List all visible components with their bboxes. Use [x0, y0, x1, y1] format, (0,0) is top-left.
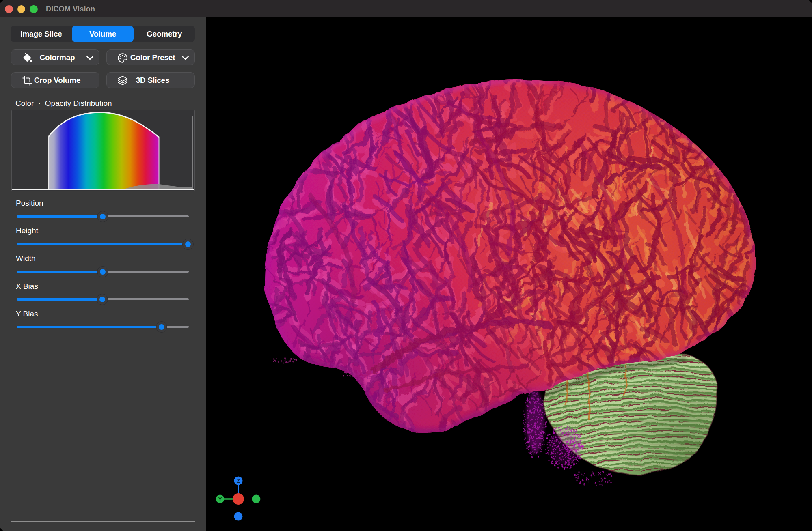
svg-text:Z: Z: [237, 478, 240, 484]
svg-text:Y: Y: [218, 496, 222, 502]
